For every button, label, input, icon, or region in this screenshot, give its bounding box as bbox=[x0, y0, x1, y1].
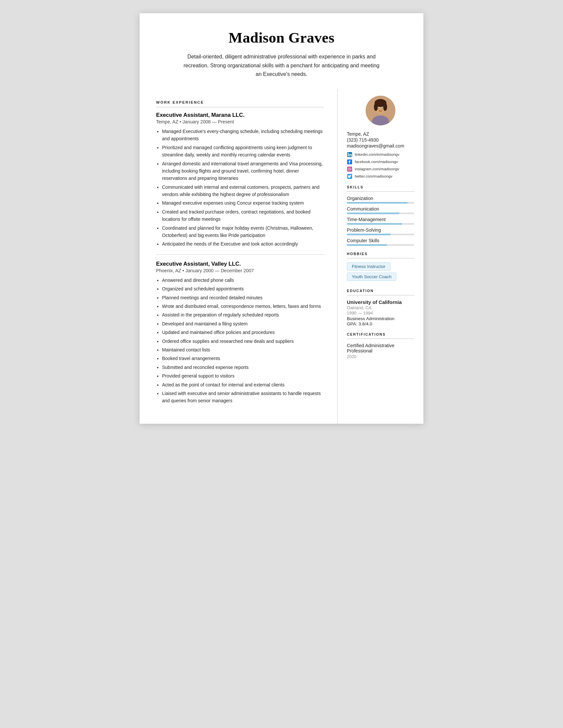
skill-bar-bg bbox=[347, 202, 414, 204]
list-item: Booked travel arrangements bbox=[162, 355, 324, 362]
social-links: linkedin.com/in/madisongv facebook.com/m… bbox=[347, 152, 414, 179]
skill-bar-bg bbox=[347, 213, 414, 214]
skill-bar-bg bbox=[347, 244, 414, 246]
linkedin-link: linkedin.com/in/madisongv bbox=[347, 152, 414, 157]
facebook-link: facebook.com/madisongv bbox=[347, 159, 414, 165]
job-2-separator: • bbox=[182, 268, 185, 273]
hobbies-list: Fitness Instructor Youth Soccer Coach bbox=[347, 262, 414, 283]
list-item: Updated and maintained office policies a… bbox=[162, 329, 324, 336]
skill-name: Computer Skills bbox=[347, 238, 414, 243]
edu-location: Oakland, CA bbox=[347, 305, 414, 310]
job-2-location: Phoenix, AZ bbox=[156, 268, 181, 273]
facebook-icon bbox=[347, 159, 352, 165]
list-item: Communicated with internal and external … bbox=[162, 183, 324, 198]
certifications-divider bbox=[347, 339, 414, 339]
hobby-tag-fitness: Fitness Instructor bbox=[347, 262, 390, 271]
svg-point-4 bbox=[374, 103, 378, 111]
linkedin-icon bbox=[347, 152, 352, 157]
edu-degree: Business Administration bbox=[347, 316, 414, 321]
cert-year: 2020 bbox=[347, 354, 414, 359]
edu-gpa: GPA: 3.8/4.0 bbox=[347, 321, 414, 326]
twitter-text: twitter.com/madisongv bbox=[355, 174, 392, 178]
work-experience-label: WORK EXPERIENCE bbox=[156, 100, 324, 104]
avatar bbox=[366, 96, 395, 125]
skill-name: Problem-Solving bbox=[347, 227, 414, 233]
list-item: Ordered office supplies and researched n… bbox=[162, 338, 324, 345]
skills-list: Organization Communication Time-Manageme… bbox=[347, 196, 414, 246]
list-item: Prioritized and managed conflicting appo… bbox=[162, 144, 324, 159]
svg-point-8 bbox=[378, 108, 379, 109]
skill-name: Communication bbox=[347, 206, 414, 212]
contact-phone: (323) 715-4930 bbox=[347, 137, 414, 143]
job-1-meta: Tempe, AZ • January 2008 — Present bbox=[156, 119, 324, 124]
edu-school: University of California bbox=[347, 299, 414, 305]
svg-rect-11 bbox=[348, 154, 349, 156]
svg-point-12 bbox=[348, 153, 349, 154]
skill-bar-fill bbox=[347, 244, 387, 246]
job-1-dates: January 2008 — Present bbox=[182, 119, 234, 124]
resume-header: Madison Graves Detail-oriented, diligent… bbox=[140, 13, 423, 89]
svg-point-5 bbox=[383, 103, 387, 111]
list-item: Answered and directed phone calls bbox=[162, 277, 324, 284]
twitter-icon bbox=[347, 174, 352, 179]
list-item: Submitted and reconciled expense reports bbox=[162, 364, 324, 371]
svg-point-17 bbox=[350, 168, 351, 168]
job-block-2: Executive Assistant, Valley LLC. Phoenix… bbox=[156, 261, 324, 405]
list-item: Planned meetings and recorded detailed m… bbox=[162, 294, 324, 301]
work-experience-divider bbox=[156, 107, 324, 107]
skill-communication: Communication bbox=[347, 206, 414, 214]
job-2-meta: Phoenix, AZ • January 2000 — December 20… bbox=[156, 268, 324, 273]
job-1-separator: • bbox=[180, 119, 182, 124]
svg-rect-14 bbox=[347, 167, 352, 172]
job-divider bbox=[156, 254, 324, 255]
list-item: Anticipated the needs of the Executive a… bbox=[162, 240, 324, 248]
facebook-text: facebook.com/madisongv bbox=[355, 160, 398, 164]
resume-document: Madison Graves Detail-oriented, diligent… bbox=[140, 13, 423, 424]
skill-bar-bg bbox=[347, 223, 414, 225]
list-item: Assisted in the preparation of regularly… bbox=[162, 311, 324, 318]
edu-dates: 1990 — 1994 bbox=[347, 311, 414, 315]
job-1-bullets: Managed Executive's every-changing sched… bbox=[156, 128, 324, 248]
hobbies-label: HOBBIES bbox=[347, 252, 414, 256]
skill-name: Organization bbox=[347, 196, 414, 201]
list-item: Provided general support to visitors bbox=[162, 372, 324, 380]
job-2-dates: January 2000 — December 2007 bbox=[185, 268, 254, 273]
sidebar-contact: Tempe, AZ (323) 715-4930 madisongraves@g… bbox=[347, 131, 414, 179]
skill-bar-fill bbox=[347, 223, 402, 225]
twitter-link: twitter.com/madisongv bbox=[347, 174, 414, 179]
list-item: Acted as the point of contact for intern… bbox=[162, 381, 324, 388]
svg-point-9 bbox=[382, 108, 383, 109]
list-item: Managed executive expenses using Concur … bbox=[162, 199, 324, 207]
job-block-1: Executive Assistant, Marana LLC. Tempe, … bbox=[156, 112, 324, 248]
list-item: Created and tracked purchase orders, con… bbox=[162, 208, 324, 223]
skill-computer-skills: Computer Skills bbox=[347, 238, 414, 246]
list-item: Maintained contact lists bbox=[162, 346, 324, 353]
list-item: Wrote and distributed email, corresponde… bbox=[162, 303, 324, 310]
instagram-link: instagram.com/madisongv bbox=[347, 166, 414, 172]
education-block: University of California Oakland, CA 199… bbox=[347, 299, 414, 326]
candidate-summary: Detail-oriented, diligent administrative… bbox=[182, 52, 381, 79]
resume-body: WORK EXPERIENCE Executive Assistant, Mar… bbox=[140, 89, 423, 424]
skill-problem-solving: Problem-Solving bbox=[347, 227, 414, 235]
education-divider bbox=[347, 295, 414, 295]
sidebar-photo bbox=[347, 96, 414, 125]
skill-bar-fill bbox=[347, 234, 391, 235]
list-item: Arranged domestic and international trav… bbox=[162, 160, 324, 182]
certifications-label: CERTIFICATIONS bbox=[347, 332, 414, 336]
list-item: Managed Executive's every-changing sched… bbox=[162, 128, 324, 143]
skill-bar-fill bbox=[347, 202, 408, 204]
job-1-location: Tempe, AZ bbox=[156, 119, 178, 124]
list-item: Developed and maintained a filing system bbox=[162, 320, 324, 327]
certification-block: Certified Administrative Professional 20… bbox=[347, 343, 414, 359]
linkedin-text: linkedin.com/in/madisongv bbox=[355, 152, 399, 156]
contact-email: madisongraves@gmail.com bbox=[347, 143, 414, 149]
instagram-text: instagram.com/madisongv bbox=[355, 167, 399, 171]
job-1-title: Executive Assistant, Marana LLC. bbox=[156, 112, 324, 118]
list-item: Liaised with executive and senior admini… bbox=[162, 390, 324, 405]
cert-name: Certified Administrative Professional bbox=[347, 343, 414, 353]
skills-divider bbox=[347, 191, 414, 192]
skill-organization: Organization bbox=[347, 196, 414, 204]
hobby-tag-soccer: Youth Soccer Coach bbox=[347, 273, 396, 281]
main-content: WORK EXPERIENCE Executive Assistant, Mar… bbox=[140, 89, 338, 424]
job-2-title: Executive Assistant, Valley LLC. bbox=[156, 261, 324, 267]
